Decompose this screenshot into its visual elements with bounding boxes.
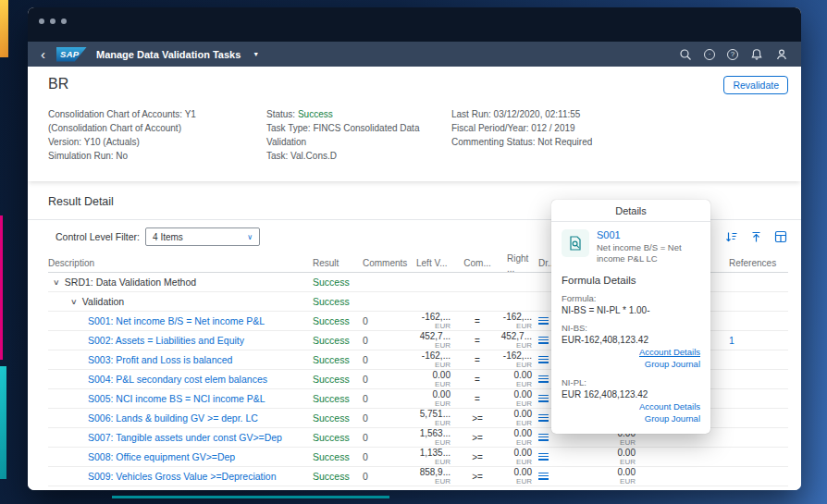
detail-list-icon[interactable] bbox=[538, 317, 549, 325]
rule-link[interactable]: S003: Profit and Loss is balanced bbox=[48, 354, 313, 365]
header-info-column-2: Status: Success Task Type: FINCS Consoli… bbox=[266, 107, 451, 163]
window-titlebar bbox=[28, 7, 801, 42]
search-icon[interactable] bbox=[679, 48, 692, 61]
move-to-top-icon[interactable] bbox=[748, 229, 763, 244]
account-details-link[interactable]: Account Details bbox=[562, 401, 700, 413]
references-cell[interactable]: 1 bbox=[722, 335, 788, 346]
left-value-cell: 0.00EUR bbox=[411, 371, 455, 388]
col-comments[interactable]: Comments bbox=[363, 258, 411, 268]
export-icon[interactable] bbox=[773, 229, 788, 244]
app-title-menu[interactable]: Manage Data Validation Tasks bbox=[96, 49, 241, 60]
window-traffic-lights[interactable] bbox=[39, 18, 67, 24]
comparison-cell: = bbox=[455, 394, 500, 404]
app-window: ‹ SAP Manage Data Validation Tasks ▼ · ?… bbox=[28, 7, 801, 490]
col-left-value[interactable]: Left V... bbox=[411, 258, 455, 268]
result-cell: Success bbox=[313, 315, 363, 326]
col-description[interactable]: Description bbox=[48, 258, 313, 268]
rule-link[interactable]: S009: Vehicles Gross Value >=Depreciatio… bbox=[48, 471, 313, 482]
header-info-column-1: Consolidation Chart of Accounts: Y1 (Con… bbox=[48, 107, 266, 163]
info-task: Task: Val.Cons.D bbox=[266, 149, 442, 163]
popup-rule-id-link[interactable]: S001 bbox=[597, 229, 700, 240]
left-value-cell: 0.00EUR bbox=[411, 390, 455, 408]
help-icon[interactable]: ? bbox=[727, 49, 738, 60]
revalidate-button[interactable]: Revalidate bbox=[723, 76, 788, 94]
comparison-cell: = bbox=[455, 355, 500, 365]
details-popup: Details S001 Net income B/S = Net income… bbox=[551, 200, 710, 434]
rule-link[interactable]: S008: Office equipment GV>=Dep bbox=[48, 451, 313, 462]
result-cell: Success bbox=[313, 412, 363, 424]
collapse-chevron-icon[interactable]: ∨ bbox=[53, 278, 60, 287]
result-cell: Success bbox=[313, 432, 363, 443]
left-value-cell: -162,...EUR bbox=[411, 351, 455, 369]
detail-list-icon[interactable] bbox=[538, 434, 549, 441]
extra-value-cell: 0.00EUR bbox=[559, 468, 640, 486]
account-details-link[interactable]: Account Details bbox=[562, 347, 700, 359]
result-cell: Success bbox=[313, 335, 363, 346]
group-journal-link[interactable]: Group Journal bbox=[562, 359, 700, 371]
result-cell: Success bbox=[313, 354, 363, 365]
nibs-label: NI-BS: bbox=[562, 323, 700, 333]
info-task-type: Task Type: FINCS Consolidated Data Valid… bbox=[266, 121, 442, 149]
left-value-cell: 452,7...EUR bbox=[411, 332, 455, 350]
rule-link[interactable]: S004: P&L secondary cost elem balances bbox=[48, 374, 313, 385]
copilot-icon[interactable]: · bbox=[704, 49, 715, 60]
bell-icon[interactable] bbox=[750, 48, 763, 61]
tab-result-detail[interactable]: Result Detail bbox=[48, 195, 114, 219]
desktop-accent-magenta bbox=[0, 215, 3, 360]
collapse-chevron-icon[interactable]: ∨ bbox=[70, 298, 78, 306]
comments-cell: 0 bbox=[363, 412, 411, 424]
comments-cell: 0 bbox=[363, 471, 411, 482]
result-cell: Success bbox=[313, 393, 363, 404]
detail-list-icon[interactable] bbox=[538, 453, 549, 461]
detail-list-icon[interactable] bbox=[538, 473, 549, 480]
page-content: BR Revalidate Consolidation Chart of Acc… bbox=[28, 67, 801, 490]
info-fiscal-period: Fiscal Period/Year: 012 / 2019 bbox=[451, 121, 788, 135]
rule-link[interactable]: S001: Net income B/S = Net income P&L bbox=[48, 315, 313, 326]
group-journal-link[interactable]: Group Journal bbox=[562, 413, 700, 425]
window-minimize-button[interactable] bbox=[50, 18, 56, 24]
rule-link[interactable]: S002: Assets = Liabilities and Equity bbox=[48, 335, 313, 346]
result-cell: Success bbox=[313, 277, 363, 288]
info-version: Version: Y10 (Actuals) bbox=[48, 135, 252, 149]
desktop-accent-teal bbox=[0, 366, 6, 479]
right-value-cell: 0.00EUR bbox=[500, 449, 537, 466]
desktop-accent-yellow bbox=[0, 0, 8, 57]
sap-logo[interactable]: SAP bbox=[56, 47, 87, 62]
rule-link[interactable]: S006: Lands & building GV >= depr. LC bbox=[48, 412, 313, 424]
col-result[interactable]: Result bbox=[313, 258, 363, 268]
table-row[interactable]: S009: Vehicles Gross Value >=Depreciatio… bbox=[48, 467, 788, 486]
col-comparison[interactable]: Com... bbox=[455, 258, 500, 268]
comments-cell: 0 bbox=[363, 393, 411, 404]
result-cell: Success bbox=[313, 296, 363, 307]
right-value-cell: 0.00EUR bbox=[500, 371, 537, 388]
window-maximize-button[interactable] bbox=[61, 18, 67, 24]
detail-list-icon[interactable] bbox=[538, 337, 549, 344]
rule-link[interactable]: S007: Tangible assets under const GV>=De… bbox=[48, 432, 313, 443]
comparison-cell: >= bbox=[455, 433, 500, 443]
detail-list-icon[interactable] bbox=[538, 395, 549, 402]
sort-descending-icon[interactable] bbox=[723, 229, 738, 244]
detail-list-icon[interactable] bbox=[538, 375, 549, 383]
info-commenting-status: Commenting Status: Not Required bbox=[451, 135, 788, 149]
validation-rule-icon bbox=[562, 229, 589, 257]
left-value-cell: 1,135...EUR bbox=[411, 449, 455, 466]
detail-list-icon[interactable] bbox=[538, 356, 549, 363]
info-last-run: Last Run: 03/12/2020, 02:11:55 bbox=[451, 107, 788, 121]
back-button[interactable]: ‹ bbox=[41, 47, 45, 61]
extra-value-cell: 0.00EUR bbox=[559, 449, 640, 466]
right-value-cell: -162,...EUR bbox=[500, 313, 537, 330]
result-cell: Success bbox=[313, 451, 363, 462]
detail-list-icon[interactable] bbox=[538, 414, 549, 422]
formula-label: Formula: bbox=[562, 293, 700, 303]
chevron-down-icon: ∨ bbox=[247, 233, 253, 241]
control-level-filter-select[interactable]: 4 Items ∨ bbox=[145, 227, 260, 246]
rule-link[interactable]: S005: NCI income BS = NCI income P&L bbox=[48, 393, 313, 404]
nibs-value: EUR-162,408,123.42 bbox=[562, 335, 700, 345]
profile-icon[interactable] bbox=[775, 48, 788, 61]
desktop-accent-cyan bbox=[112, 496, 389, 498]
window-close-button[interactable] bbox=[39, 18, 44, 24]
col-right-value[interactable]: Right ... bbox=[500, 253, 537, 274]
table-row[interactable]: S008: Office equipment GV>=Dep Success 0… bbox=[48, 448, 788, 467]
table-row-partial[interactable]: 0.600 bbox=[48, 486, 788, 490]
col-references[interactable]: References bbox=[722, 258, 788, 268]
